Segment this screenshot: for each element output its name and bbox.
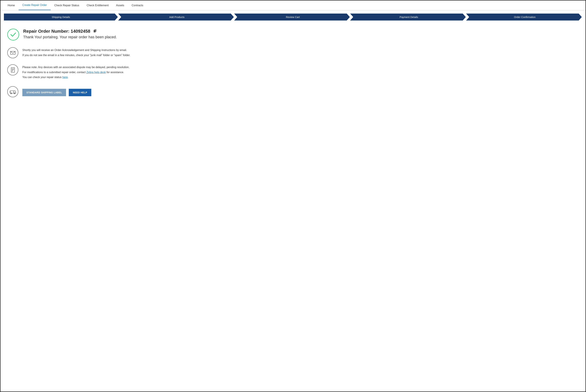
checkmark-icon — [10, 31, 16, 38]
document-icon — [10, 67, 16, 73]
email-icon-circle — [7, 47, 18, 58]
thank-you-message: Thank You! portalreg. Your repair order … — [23, 35, 117, 39]
step-payment-details[interactable]: Payment Details — [350, 14, 466, 20]
email-line2: If you do not see the email in a few min… — [22, 53, 130, 58]
note-line1: Please note: Any devices with an associa… — [22, 65, 129, 70]
steps-bar: Shipping Details Add Products Review Car… — [4, 14, 582, 20]
repair-status-here-link[interactable]: here — [62, 76, 68, 78]
copy-icon[interactable] — [93, 29, 97, 34]
repair-order-number-heading: Repair Order Number: 14092458 — [23, 29, 117, 34]
svg-rect-3 — [11, 68, 14, 72]
email-icon — [10, 50, 16, 56]
step-review-cart[interactable]: Review Cart — [234, 14, 350, 20]
email-info-text: Shortly you will receive an Order Acknow… — [22, 47, 130, 58]
note-line2: For modifications to a submitted repair … — [22, 70, 129, 74]
email-section: Shortly you will receive an Order Acknow… — [7, 47, 579, 58]
zebra-help-desk-link[interactable]: Zebra help desk — [86, 71, 106, 74]
nav-home[interactable]: Home — [4, 1, 19, 10]
shipping-icon-circle — [7, 86, 18, 97]
svg-rect-1 — [94, 30, 96, 32]
nav-create-repair-order[interactable]: Create Repair Order — [19, 0, 51, 10]
main-content: Repair Order Number: 14092458 Thank You!… — [0, 24, 586, 108]
nav-check-entitlement[interactable]: Check Entitlement — [83, 1, 112, 10]
note-section: Please note: Any devices with an associa… — [7, 64, 579, 80]
success-block: Repair Order Number: 14092458 Thank You!… — [7, 29, 579, 40]
success-check-circle — [7, 29, 19, 40]
note-icon-circle — [7, 64, 18, 76]
step-shipping-details[interactable]: Shipping Details — [4, 14, 118, 20]
step-add-products[interactable]: Add Products — [118, 14, 234, 20]
standard-shipping-label-button[interactable]: STANDARD SHIPPING LABEL — [22, 89, 66, 96]
top-navigation: Home Create Repair Order Check Repair St… — [0, 0, 586, 10]
note-info-text: Please note: Any devices with an associa… — [22, 64, 129, 80]
step-order-confirmation[interactable]: Order Confirmation — [466, 14, 582, 20]
shipping-truck-icon — [10, 88, 16, 95]
nav-check-repair-status[interactable]: Check Repair Status — [51, 1, 83, 10]
shipping-action-section: STANDARD SHIPPING LABEL NEED HELP — [7, 86, 579, 97]
nav-contracts[interactable]: Contracts — [128, 1, 147, 10]
nav-assets[interactable]: Assets — [112, 1, 128, 10]
note-line3: You can check your repair status here. — [22, 75, 129, 80]
svg-rect-8 — [10, 91, 14, 93]
action-buttons: STANDARD SHIPPING LABEL NEED HELP — [22, 89, 91, 96]
success-text-block: Repair Order Number: 14092458 Thank You!… — [23, 29, 117, 39]
need-help-button[interactable]: NEED HELP — [69, 89, 91, 96]
email-line1: Shortly you will receive an Order Acknow… — [22, 48, 130, 52]
